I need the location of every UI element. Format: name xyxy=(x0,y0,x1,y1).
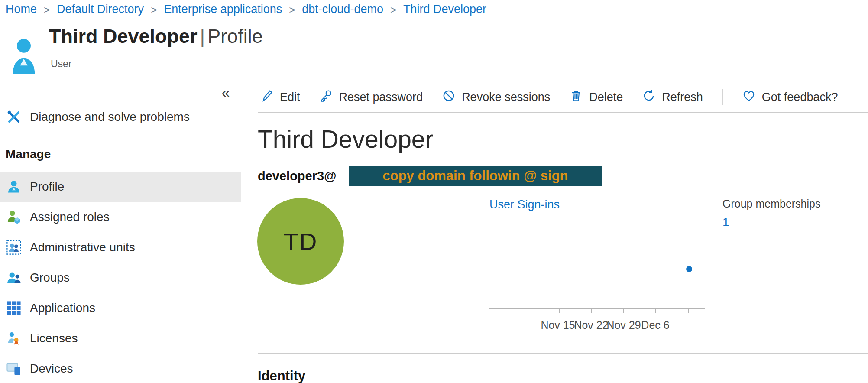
user-principal-name: developer3@ xyxy=(258,166,336,186)
section-divider xyxy=(258,353,868,354)
monitor-tablet-icon xyxy=(6,361,21,376)
key-icon xyxy=(319,89,333,106)
upn-prefix: developer3@ xyxy=(258,169,336,183)
breadcrumb-separator: > xyxy=(44,3,50,16)
person-role-cube-icon xyxy=(6,210,21,224)
breadcrumb-third-developer[interactable]: Third Developer xyxy=(403,3,486,16)
sidebar-item-label: Administrative units xyxy=(30,240,135,254)
user-sign-ins-link[interactable]: User Sign-ins xyxy=(489,198,560,211)
x-axis-tick xyxy=(623,309,624,313)
page-title-name: Third Developer xyxy=(49,25,198,47)
user-display-name: Third Developer xyxy=(258,125,434,153)
sidebar-item-applications[interactable]: Applications xyxy=(0,293,241,323)
refresh-button-label: Refresh xyxy=(662,91,703,104)
user-profile-page: Home > Default Directory > Enterprise ap… xyxy=(0,0,868,383)
breadcrumb-enterprise-applications[interactable]: Enterprise applications xyxy=(164,3,282,16)
sidebar-item-label: Profile xyxy=(30,180,64,194)
person-icon xyxy=(6,179,21,194)
sidebar-item-label: Licenses xyxy=(30,331,78,345)
x-axis-tick-label: Nov 29 xyxy=(606,319,641,331)
sidebar-item-profile[interactable]: Profile xyxy=(0,172,241,202)
grid-icon xyxy=(6,301,21,315)
sidebar-item-assigned-roles[interactable]: Assigned roles xyxy=(0,202,241,232)
got-feedback-button[interactable]: Got feedback? xyxy=(742,89,838,106)
sidebar-item-licenses[interactable]: Licenses xyxy=(0,323,241,354)
edit-button-label: Edit xyxy=(280,91,300,104)
breadcrumb-separator: > xyxy=(151,3,157,16)
delete-button-label: Delete xyxy=(589,91,623,104)
page-title-separator: | xyxy=(198,25,208,47)
pencil-icon xyxy=(260,89,274,106)
page-title: Third Developer|Profile xyxy=(49,25,263,48)
sidebar-item-devices[interactable]: Devices xyxy=(0,354,241,383)
chart-title-underline xyxy=(489,214,705,214)
breadcrumb-separator: > xyxy=(390,3,396,16)
x-axis-tick-label: Dec 6 xyxy=(641,319,669,331)
sidebar-section-manage: Manage xyxy=(6,147,51,161)
identity-section-heading: Identity xyxy=(258,368,305,383)
refresh-button[interactable]: Refresh xyxy=(642,89,703,106)
group-memberships-label: Group memberships xyxy=(722,198,820,210)
reset-password-button[interactable]: Reset password xyxy=(319,89,423,106)
got-feedback-button-label: Got feedback? xyxy=(762,91,838,104)
user-sign-ins-chart: User Sign-ins 6 4 2 0 Nov 15 Nov 22 Nov … xyxy=(489,197,706,336)
sidebar-item-label: Groups xyxy=(30,271,70,285)
toolbar-divider xyxy=(722,89,723,105)
trash-icon xyxy=(569,89,583,106)
person-ribbon-icon xyxy=(6,331,21,346)
sidebar-item-diagnose[interactable]: Diagnose and solve problems xyxy=(0,106,241,128)
block-icon xyxy=(442,89,456,106)
delete-button[interactable]: Delete xyxy=(569,89,623,106)
x-axis-line xyxy=(489,308,705,309)
sidebar-collapse-button[interactable]: « xyxy=(216,83,236,101)
dashed-box-people-icon xyxy=(6,240,21,255)
page-title-section: Profile xyxy=(207,25,263,47)
breadcrumb-home[interactable]: Home xyxy=(6,3,37,16)
revoke-sessions-button[interactable]: Revoke sessions xyxy=(442,89,550,106)
heart-icon xyxy=(742,89,756,106)
refresh-icon xyxy=(642,89,656,106)
two-people-icon xyxy=(6,270,21,285)
sidebar-item-label: Assigned roles xyxy=(30,210,110,224)
sidebar-item-groups[interactable]: Groups xyxy=(0,263,241,293)
toolbar-underline xyxy=(258,112,868,113)
breadcrumb-separator: > xyxy=(289,3,295,16)
x-axis-tick xyxy=(688,309,689,313)
diagnose-tools-icon xyxy=(6,110,21,124)
x-axis-tick xyxy=(655,309,656,313)
avatar: TD xyxy=(257,198,344,285)
breadcrumb: Home > Default Directory > Enterprise ap… xyxy=(6,3,486,16)
upn-domain-redaction-note: copy domain followin @ sign xyxy=(349,166,602,186)
reset-password-button-label: Reset password xyxy=(339,91,423,104)
x-axis-tick xyxy=(591,309,592,313)
sidebar-item-administrative-units[interactable]: Administrative units xyxy=(0,232,241,263)
sidebar-divider xyxy=(6,169,219,169)
group-memberships-card: Group memberships 1 xyxy=(722,198,820,229)
signin-data-point xyxy=(686,266,692,272)
group-memberships-count-link[interactable]: 1 xyxy=(722,215,729,229)
breadcrumb-default-directory[interactable]: Default Directory xyxy=(57,3,144,16)
sidebar-item-label: Diagnose and solve problems xyxy=(30,110,190,124)
user-avatar-icon xyxy=(11,36,36,75)
breadcrumb-dbt-cloud-demo[interactable]: dbt-cloud-demo xyxy=(302,3,383,16)
x-axis-tick-label: Nov 22 xyxy=(574,319,608,331)
x-axis-tick xyxy=(559,309,560,313)
command-bar: Edit Reset password Revoke sessions xyxy=(260,87,838,107)
sidebar-item-label: Applications xyxy=(30,301,95,315)
edit-button[interactable]: Edit xyxy=(260,89,300,106)
revoke-sessions-button-label: Revoke sessions xyxy=(462,91,550,104)
page-subtitle: User xyxy=(51,58,72,70)
sidebar-item-label: Devices xyxy=(30,362,73,376)
x-axis-tick-label: Nov 15 xyxy=(541,319,575,331)
